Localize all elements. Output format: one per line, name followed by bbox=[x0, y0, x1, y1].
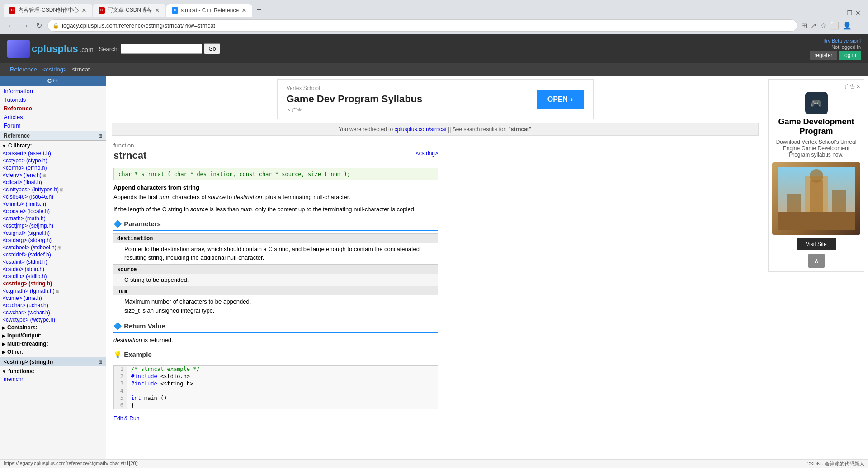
cerrno-item[interactable]: <cerrno> (errno.h) bbox=[0, 164, 106, 171]
ad-school: Vertex School bbox=[287, 85, 528, 91]
code-line-1: 1 /* strncat example */ bbox=[114, 366, 438, 373]
code-line-3: 3 #include <string.h> bbox=[114, 380, 438, 387]
cstdbool-expand-icon[interactable]: ⊞ bbox=[57, 245, 61, 250]
io-header[interactable]: ▶ Input/Output: bbox=[0, 332, 106, 340]
tab-close-3[interactable]: ✕ bbox=[241, 7, 247, 14]
new-tab-button[interactable]: + bbox=[253, 4, 265, 17]
tab-search-icon[interactable]: ⬜ bbox=[830, 21, 839, 30]
cuchar-item[interactable]: <cuchar> (uchar.h) bbox=[0, 302, 106, 309]
profile-icon[interactable]: 👤 bbox=[843, 21, 852, 30]
reload-button[interactable]: ↻ bbox=[34, 19, 44, 32]
bookmark-icon[interactable]: ☆ bbox=[820, 21, 826, 30]
menu-icon[interactable]: ⋮ bbox=[855, 21, 863, 30]
cstdint-item[interactable]: <cstdint> (stdint.h) bbox=[0, 258, 106, 266]
tab-favicon-1: C bbox=[9, 7, 15, 14]
ctgmath-expand-icon[interactable]: ⊞ bbox=[56, 289, 59, 294]
redirect-link[interactable]: cplusplus.com/strncat bbox=[394, 126, 446, 133]
right-ad-dismiss[interactable]: 广告 ✕ bbox=[772, 83, 860, 90]
functions-header[interactable]: ▼ functions: bbox=[0, 367, 106, 375]
ciso646-item[interactable]: <ciso646> (iso646.h) bbox=[0, 193, 106, 200]
tab-favicon-2: C bbox=[99, 7, 105, 14]
logo-com: .com bbox=[80, 46, 93, 53]
cpp-section-title: C++ bbox=[0, 76, 106, 86]
edit-run-link[interactable]: Edit & Run bbox=[113, 415, 139, 422]
c-library-label: C library: bbox=[8, 142, 32, 149]
sidebar-item-information[interactable]: Information bbox=[0, 87, 106, 95]
breadcrumb-cstring[interactable]: <cstring> bbox=[40, 65, 69, 74]
threading-header[interactable]: ▶ Multi-threading: bbox=[0, 340, 106, 348]
svg-point-4 bbox=[810, 169, 823, 183]
memchr-item[interactable]: memchr bbox=[0, 375, 106, 383]
not-logged-text: Not logged in bbox=[831, 44, 861, 50]
code-line-2: 2 #include <stdio.h> bbox=[114, 373, 438, 380]
sidebar-item-forum[interactable]: Forum bbox=[0, 121, 106, 130]
cmath-item[interactable]: <cmath> (math.h) bbox=[0, 215, 106, 222]
cstring-toggle-icon[interactable]: ⊞ bbox=[98, 359, 102, 365]
right-ad-visit-button[interactable]: Visit Site bbox=[797, 238, 835, 250]
site-logo[interactable]: cplusplus .com bbox=[7, 40, 94, 58]
sidebar-item-tutorials[interactable]: Tutorials bbox=[0, 95, 106, 104]
sidebar-item-articles[interactable]: Articles bbox=[0, 113, 106, 121]
cinttypes-expand-icon[interactable]: ⊞ bbox=[60, 187, 63, 192]
scroll-top-button[interactable]: ∧ bbox=[808, 254, 825, 268]
minimize-window-button[interactable]: — bbox=[838, 9, 844, 17]
doc-bold-title: Append characters from string bbox=[113, 184, 438, 191]
cstdbool-item[interactable]: <cstdbool> (stdbool.h) ⊞ bbox=[0, 244, 106, 251]
tab-csdn-manager[interactable]: C 内容管理-CSDN创作中心 ✕ bbox=[4, 4, 92, 17]
status-right: CSDN · 会算账的代码新人 bbox=[807, 461, 864, 467]
search-input[interactable] bbox=[121, 44, 202, 54]
register-button[interactable]: register bbox=[810, 51, 837, 60]
translate-icon[interactable]: ⊞ bbox=[801, 21, 807, 30]
ad-open-button[interactable]: OPEN › bbox=[537, 90, 584, 109]
content-area: Vertex School Game Dev Program Syllabus … bbox=[106, 76, 764, 459]
back-button[interactable]: ← bbox=[5, 20, 16, 32]
status-url: https://legacy.cplusplus.com/reference/c… bbox=[4, 461, 139, 467]
return-desc: destination is returned. bbox=[113, 336, 438, 345]
line-text-1: /* strncat example */ bbox=[127, 366, 203, 373]
csetjmp-item[interactable]: <csetjmp> (setjmp.h) bbox=[0, 222, 106, 229]
cfloat-item[interactable]: <cfloat> (float.h) bbox=[0, 179, 106, 186]
breadcrumb-reference[interactable]: Reference bbox=[7, 65, 40, 74]
tab-csdn-write[interactable]: C 写文章-CSDN博客 ✕ bbox=[93, 4, 165, 17]
climits-item[interactable]: <climits> (limits.h) bbox=[0, 200, 106, 208]
cstddef-item[interactable]: <cstddef> (stddef.h) bbox=[0, 251, 106, 258]
ad-dismiss[interactable]: ✕ 广告 bbox=[287, 107, 528, 114]
cstring-item[interactable]: <cstring> (string.h) bbox=[0, 280, 106, 287]
containers-header[interactable]: ▶ Containers: bbox=[0, 323, 106, 332]
io-expand-icon: ▶ bbox=[2, 333, 5, 338]
cstdio-item[interactable]: <cstdio> (stdio.h) bbox=[0, 266, 106, 273]
beta-link[interactable]: [try Beta version] bbox=[823, 38, 861, 43]
cwchar-item[interactable]: <cwchar> (wchar.h) bbox=[0, 309, 106, 316]
tab-close-1[interactable]: ✕ bbox=[81, 7, 87, 14]
cwctype-item[interactable]: <cwctype> (wctype.h) bbox=[0, 316, 106, 323]
csignal-item[interactable]: <csignal> (signal.h) bbox=[0, 229, 106, 237]
ctgmath-item[interactable]: <ctgmath> (tgmath.h) ⊞ bbox=[0, 287, 106, 294]
clocale-item[interactable]: <clocale> (locale.h) bbox=[0, 208, 106, 215]
search-label: Search: bbox=[99, 46, 119, 52]
cstdarg-item[interactable]: <cstdarg> (stdarg.h) bbox=[0, 237, 106, 244]
tab-close-2[interactable]: ✕ bbox=[155, 7, 160, 14]
ctime-item[interactable]: <ctime> (time.h) bbox=[0, 294, 106, 302]
code-signature: char * strncat ( char * destination, con… bbox=[113, 168, 438, 180]
other-header[interactable]: ▶ Other: bbox=[0, 348, 106, 356]
doc-section-link[interactable]: <cstring> bbox=[416, 150, 438, 157]
reference-toggle-icon[interactable]: ⊞ bbox=[98, 133, 102, 139]
cassert-item[interactable]: <cassert> (assert.h) bbox=[0, 150, 106, 157]
cstdlib-item[interactable]: <cstdlib> (stdlib.h) bbox=[0, 273, 106, 280]
containers-expand-icon: ▶ bbox=[2, 325, 5, 330]
login-button[interactable]: log in bbox=[839, 51, 861, 60]
cfenv-item[interactable]: <cfenv> (fenv.h) ⊞ bbox=[0, 171, 106, 179]
maximize-window-button[interactable]: ❐ bbox=[847, 9, 853, 17]
close-window-button[interactable]: ✕ bbox=[855, 9, 861, 17]
forward-button[interactable]: → bbox=[20, 20, 31, 32]
tab-cpp-ref[interactable]: C strncat - C++ Reference ✕ bbox=[166, 4, 252, 17]
address-bar[interactable]: 🔒 legacy.cplusplus.com/reference/cstring… bbox=[47, 19, 797, 32]
share-icon[interactable]: ↗ bbox=[811, 21, 816, 30]
go-button[interactable]: Go bbox=[204, 43, 220, 54]
cfenv-expand-icon[interactable]: ⊞ bbox=[42, 173, 46, 178]
cctype-item[interactable]: <cctype> (ctype.h) bbox=[0, 157, 106, 164]
cinttypes-item[interactable]: <cinttypes> (inttypes.h) ⊞ bbox=[0, 186, 106, 193]
reference-section-title: Reference bbox=[4, 133, 30, 139]
c-library-header[interactable]: ▼ C library: bbox=[0, 142, 106, 150]
sidebar-item-reference[interactable]: Reference bbox=[0, 104, 106, 113]
